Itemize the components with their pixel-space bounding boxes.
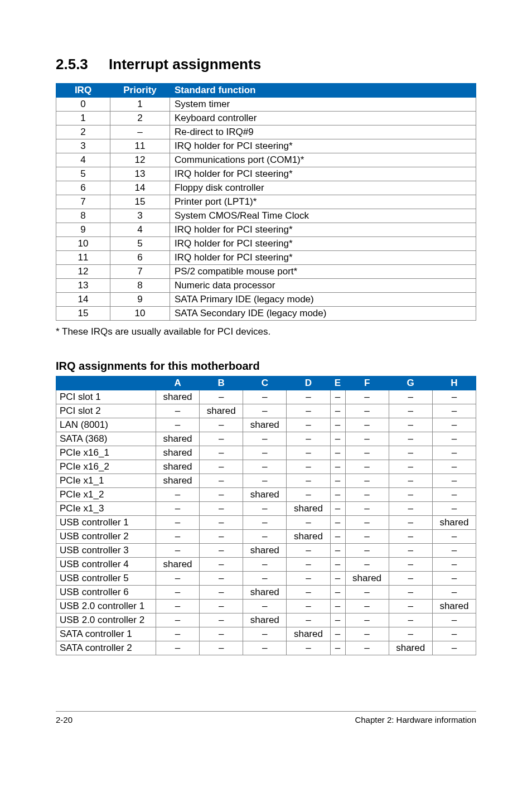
table-row: USB controller 1–––––––shared xyxy=(56,516,476,530)
assign-cell: – xyxy=(432,418,476,432)
assign-cell: – xyxy=(200,516,243,530)
assign-cell: – xyxy=(432,558,476,572)
assign-row-label: PCIe x1_2 xyxy=(56,488,156,502)
assign-cell: – xyxy=(389,572,432,586)
assign-cell: – xyxy=(345,600,389,613)
assign-cell: – xyxy=(389,516,432,530)
assign-cell: – xyxy=(432,613,476,627)
table-row: 412Communications port (COM1)* xyxy=(56,153,476,167)
irq-cell: 11 xyxy=(56,251,110,265)
assign-row-label: USB controller 6 xyxy=(56,586,156,600)
assign-cell: – xyxy=(330,502,345,516)
assign-cell: – xyxy=(432,586,476,600)
assign-cell: – xyxy=(156,572,200,586)
assign-cell: – xyxy=(345,474,389,488)
assign-cell: – xyxy=(432,390,476,404)
assign-cell: – xyxy=(345,530,389,544)
assign-cell: – xyxy=(330,627,345,641)
assign-cell: – xyxy=(432,627,476,641)
assign-cell: – xyxy=(389,586,432,600)
assign-cell: – xyxy=(389,613,432,627)
priority-cell: 3 xyxy=(110,209,170,223)
assign-cell: – xyxy=(200,558,243,572)
assign-cell: – xyxy=(330,432,345,446)
fn-cell: Floppy disk controller xyxy=(170,181,476,195)
fn-cell: IRQ holder for PCI steering* xyxy=(170,237,476,251)
assign-table-header-col: F xyxy=(345,376,389,390)
priority-cell: 9 xyxy=(110,293,170,307)
assign-cell: – xyxy=(389,474,432,488)
assign-cell: – xyxy=(243,404,287,418)
assign-cell: shared xyxy=(432,516,476,530)
assign-cell: – xyxy=(345,390,389,404)
assign-cell: – xyxy=(287,600,330,613)
table-row: 138Numeric data processor xyxy=(56,279,476,293)
assign-cell: – xyxy=(330,390,345,404)
assign-cell: – xyxy=(330,460,345,474)
assign-row-label: PCI slot 1 xyxy=(56,390,156,404)
table-row: 513IRQ holder for PCI steering* xyxy=(56,167,476,181)
assign-cell: – xyxy=(200,586,243,600)
priority-cell: 4 xyxy=(110,223,170,237)
table-row: USB controller 6––shared––––– xyxy=(56,586,476,600)
assign-cell: – xyxy=(287,404,330,418)
assign-cell: – xyxy=(156,544,200,558)
assign-cell: – xyxy=(345,586,389,600)
assign-cell: shared xyxy=(389,641,432,655)
assign-cell: – xyxy=(345,418,389,432)
priority-cell: 13 xyxy=(110,167,170,181)
assign-cell: shared xyxy=(156,558,200,572)
assign-cell: – xyxy=(287,558,330,572)
irq-cell: 12 xyxy=(56,265,110,279)
assign-cell: – xyxy=(243,627,287,641)
assign-row-label: LAN (8001) xyxy=(56,418,156,432)
table-row: 105IRQ holder for PCI steering* xyxy=(56,237,476,251)
footer-chapter-title: Chapter 2: Hardware information xyxy=(355,715,476,724)
assign-cell: – xyxy=(156,641,200,655)
assign-cell: – xyxy=(243,390,287,404)
assign-cell: – xyxy=(200,544,243,558)
assign-cell: – xyxy=(200,627,243,641)
assign-cell: shared xyxy=(156,432,200,446)
assign-cell: – xyxy=(389,418,432,432)
irq-cell: 7 xyxy=(56,195,110,209)
assign-cell: – xyxy=(330,613,345,627)
table-row: PCI slot 2–shared–––––– xyxy=(56,404,476,418)
fn-cell: System CMOS/Real Time Clock xyxy=(170,209,476,223)
assign-cell: – xyxy=(330,488,345,502)
fn-cell: SATA Secondary IDE (legacy mode) xyxy=(170,307,476,321)
assign-cell: – xyxy=(200,418,243,432)
priority-cell: 7 xyxy=(110,265,170,279)
assign-row-label: PCIe x1_3 xyxy=(56,502,156,516)
assign-cell: – xyxy=(200,446,243,460)
fn-cell: IRQ holder for PCI steering* xyxy=(170,167,476,181)
irq-table: IRQ Priority Standard function 01System … xyxy=(56,83,476,321)
assign-cell: – xyxy=(156,613,200,627)
assign-cell: – xyxy=(287,613,330,627)
irq-cell: 13 xyxy=(56,279,110,293)
assign-table-header-col: A xyxy=(156,376,200,390)
assign-cell: – xyxy=(389,488,432,502)
irq-cell: 9 xyxy=(56,223,110,237)
assign-cell: shared xyxy=(156,446,200,460)
assign-cell: – xyxy=(243,432,287,446)
assign-cell: – xyxy=(200,530,243,544)
table-row: USB controller 5–––––shared–– xyxy=(56,572,476,586)
assign-cell: – xyxy=(243,641,287,655)
assign-cell: – xyxy=(243,516,287,530)
priority-cell: 8 xyxy=(110,279,170,293)
fn-cell: Printer port (LPT1)* xyxy=(170,195,476,209)
assign-cell: – xyxy=(287,390,330,404)
irq-cell: 0 xyxy=(56,98,110,112)
irq-cell: 6 xyxy=(56,181,110,195)
table-row: PCI slot 1shared––––––– xyxy=(56,390,476,404)
assign-cell: – xyxy=(287,641,330,655)
assign-cell: – xyxy=(330,530,345,544)
assign-cell: – xyxy=(345,446,389,460)
irq-cell: 5 xyxy=(56,167,110,181)
priority-cell: 10 xyxy=(110,307,170,321)
assign-cell: – xyxy=(156,488,200,502)
assign-cell: shared xyxy=(243,613,287,627)
priority-cell: 12 xyxy=(110,153,170,167)
priority-cell: 11 xyxy=(110,139,170,153)
